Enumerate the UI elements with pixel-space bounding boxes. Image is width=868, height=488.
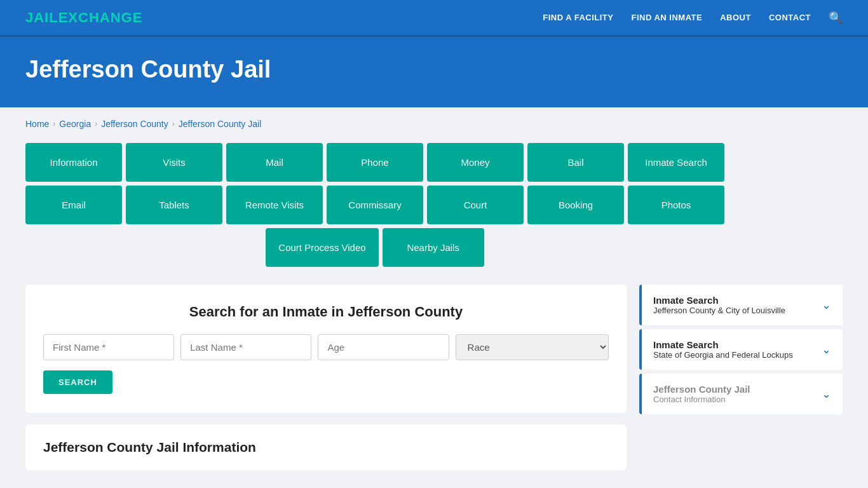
- sep3: ›: [172, 119, 175, 128]
- breadcrumb: Home › Georgia › Jefferson County › Jeff…: [25, 119, 843, 129]
- chevron-icon-2: ⌄: [822, 387, 831, 401]
- btn-commissary[interactable]: Commissary: [327, 186, 423, 224]
- btn-court-process-video[interactable]: Court Process Video: [266, 228, 378, 267]
- sidebar-title-block-2: Jefferson County Jail Contact Informatio…: [653, 384, 750, 404]
- search-panel: Search for an Inmate in Jefferson County…: [25, 285, 627, 413]
- info-heading: Jefferson County Jail Information: [43, 440, 609, 455]
- btn-inmate-search[interactable]: Inmate Search: [628, 143, 724, 182]
- chevron-icon-0: ⌄: [822, 298, 831, 312]
- first-name-input[interactable]: [43, 334, 174, 360]
- main-layout: Search for an Inmate in Jefferson County…: [25, 285, 843, 470]
- navbar: JAILEXCHANGE FIND A FACILITY FIND AN INM…: [0, 0, 868, 37]
- service-grid-row1: Information Visits Mail Phone Money Bail…: [25, 143, 724, 182]
- race-select[interactable]: RaceWhiteBlackHispanicAsianNative Americ…: [456, 334, 609, 360]
- hero-section: Jefferson County Jail: [0, 37, 868, 107]
- btn-money[interactable]: Money: [427, 143, 524, 182]
- sidebar-sub-2: Contact Information: [653, 395, 750, 404]
- btn-phone[interactable]: Phone: [327, 143, 423, 182]
- last-name-input[interactable]: [180, 334, 311, 360]
- sidebar: Inmate Search Jefferson County & City of…: [639, 285, 843, 470]
- logo-jail: JAIL: [25, 10, 58, 25]
- btn-nearby-jails[interactable]: Nearby Jails: [383, 228, 484, 267]
- main-content: Home › Georgia › Jefferson County › Jeff…: [0, 107, 868, 488]
- nav-about[interactable]: ABOUT: [720, 13, 751, 22]
- service-grid-row3: Court Process Video Nearby Jails: [25, 228, 724, 267]
- age-input[interactable]: [318, 334, 449, 360]
- btn-booking[interactable]: Booking: [527, 186, 624, 224]
- sidebar-sub-1: State of Georgia and Federal Lockups: [653, 350, 793, 360]
- btn-bail[interactable]: Bail: [527, 143, 624, 182]
- sidebar-title-block-1: Inmate Search State of Georgia and Feder…: [653, 339, 793, 360]
- page-title: Jefferson County Jail: [25, 56, 843, 83]
- btn-photos[interactable]: Photos: [628, 186, 724, 224]
- search-button[interactable]: SEARCH: [43, 370, 112, 394]
- sidebar-label-0: Inmate Search: [653, 295, 785, 306]
- site-logo[interactable]: JAILEXCHANGE: [25, 10, 142, 26]
- nav-find-facility[interactable]: FIND A FACILITY: [543, 13, 613, 22]
- btn-remote-visits[interactable]: Remote Visits: [226, 186, 323, 224]
- sidebar-card-2: Jefferson County Jail Contact Informatio…: [639, 374, 843, 414]
- sep2: ›: [95, 119, 97, 128]
- left-column: Search for an Inmate in Jefferson County…: [25, 285, 627, 470]
- sep1: ›: [53, 119, 55, 128]
- breadcrumb-home[interactable]: Home: [25, 119, 49, 129]
- sidebar-title-block-0: Inmate Search Jefferson County & City of…: [653, 295, 785, 315]
- search-heading: Search for an Inmate in Jefferson County: [43, 304, 609, 320]
- logo-exchange: EXCHANGE: [58, 10, 143, 25]
- breadcrumb-current: Jefferson County Jail: [179, 119, 261, 129]
- sidebar-label-1: Inmate Search: [653, 339, 793, 350]
- btn-mail[interactable]: Mail: [226, 143, 323, 182]
- btn-email[interactable]: Email: [25, 186, 122, 224]
- sidebar-card-1: Inmate Search State of Georgia and Feder…: [639, 329, 843, 370]
- btn-information[interactable]: Information: [25, 143, 122, 182]
- chevron-icon-1: ⌄: [822, 342, 831, 356]
- info-section: Jefferson County Jail Information: [25, 424, 627, 470]
- nav-find-inmate[interactable]: FIND AN INMATE: [631, 13, 702, 22]
- sidebar-label-2: Jefferson County Jail: [653, 384, 750, 395]
- sidebar-card-header-2[interactable]: Jefferson County Jail Contact Informatio…: [642, 374, 843, 414]
- nav-contact[interactable]: CONTACT: [769, 13, 811, 22]
- service-grid-row2: Email Tablets Remote Visits Commissary C…: [25, 186, 724, 224]
- breadcrumb-georgia[interactable]: Georgia: [59, 119, 91, 129]
- sidebar-card-0: Inmate Search Jefferson County & City of…: [639, 285, 843, 325]
- btn-visits[interactable]: Visits: [126, 143, 222, 182]
- btn-tablets[interactable]: Tablets: [126, 186, 222, 224]
- sidebar-card-header-0[interactable]: Inmate Search Jefferson County & City of…: [642, 285, 843, 325]
- nav-search-icon[interactable]: 🔍: [829, 11, 843, 25]
- search-form: RaceWhiteBlackHispanicAsianNative Americ…: [43, 334, 609, 360]
- btn-court[interactable]: Court: [427, 186, 524, 224]
- sidebar-sub-0: Jefferson County & City of Louisville: [653, 306, 785, 315]
- nav-links: FIND A FACILITY FIND AN INMATE ABOUT CON…: [543, 11, 843, 25]
- sidebar-card-header-1[interactable]: Inmate Search State of Georgia and Feder…: [642, 329, 843, 370]
- breadcrumb-jefferson-county[interactable]: Jefferson County: [101, 119, 168, 129]
